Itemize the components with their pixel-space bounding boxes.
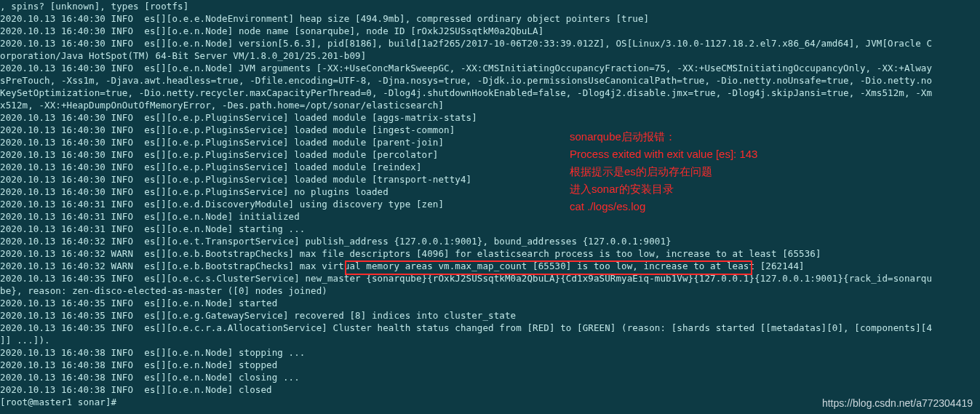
annotation-line-3: 根据提示是es的启动存在问题 xyxy=(570,163,757,180)
annotation-line-2: Process exited with exit value [es]: 143 xyxy=(570,146,757,163)
annotation-line-4: 进入sonar的安装目录 xyxy=(570,180,757,198)
terminal-output: , spins? [unknown], types [rootfs] 2020.… xyxy=(0,0,980,408)
watermark-text: https://blog.csdn.net/a772304419 xyxy=(822,397,973,410)
highlight-box xyxy=(345,260,752,275)
annotation-overlay: sonarqube启动报错： Process exited with exit … xyxy=(570,128,757,215)
annotation-line-5: cat ./logs/es.log xyxy=(570,198,757,215)
annotation-line-1: sonarqube启动报错： xyxy=(570,128,757,146)
